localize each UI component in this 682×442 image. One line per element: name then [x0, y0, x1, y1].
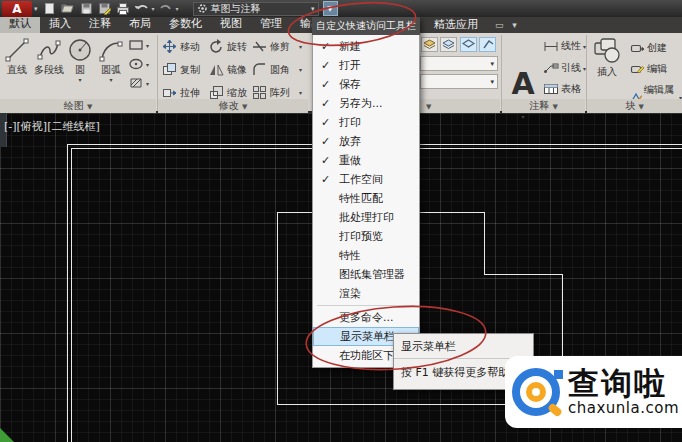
circle-tool[interactable]: 圆 ▾ [66, 37, 94, 82]
chevron-down-icon[interactable]: ▾ [96, 77, 126, 82]
layer-button[interactable] [440, 37, 457, 52]
menu-item-batch-plot[interactable]: 批处理打印 [313, 208, 419, 227]
fillet-icon [252, 62, 267, 77]
chevron-down-icon[interactable]: ▾ [146, 80, 149, 87]
ellipse-icon [128, 57, 144, 71]
mirror-tool[interactable]: 镜像 [209, 62, 247, 77]
tab-insert[interactable]: 插入 [40, 15, 80, 33]
new-icon[interactable] [42, 2, 57, 15]
chevron-down-icon[interactable]: ▾ [146, 42, 149, 49]
chevron-down-icon: ▾ [490, 60, 494, 68]
line-tool[interactable]: 直线 [2, 37, 32, 77]
chevron-down-icon[interactable]: ▾ [66, 77, 94, 82]
tab-home[interactable]: 默认 [0, 15, 40, 33]
menu-item-sheet-set-manager[interactable]: 图纸集管理器 [313, 265, 419, 284]
panel-expand-icon[interactable]: ▼ [552, 103, 557, 111]
menu-item-save-as[interactable]: 另存为... [313, 94, 419, 113]
menu-item-workspace[interactable]: 工作空间 [313, 170, 419, 189]
copy-tool[interactable]: 复制 [162, 62, 200, 77]
gear-icon [197, 3, 208, 14]
menu-item-open[interactable]: 打开 [313, 56, 419, 75]
polyline-tool[interactable]: 多段线 [33, 37, 65, 77]
viewport-label[interactable]: [-][俯视][二维线框] [4, 119, 100, 134]
insert-block-icon [592, 37, 622, 65]
panel-expand-icon[interactable]: ▼ [87, 103, 92, 111]
watermark-name: 查询啦 [568, 367, 679, 399]
annotation-panel-label[interactable]: 注释 ▼ [502, 99, 585, 113]
draw-panel-label[interactable]: 绘图 ▼ [0, 99, 156, 113]
modify-panel-label[interactable]: 修改 ▼ [158, 99, 308, 113]
tab-featured-apps[interactable]: 精选应用 [426, 17, 486, 33]
tab-manage[interactable]: 管理 [251, 15, 291, 33]
polyline-segment [484, 274, 563, 275]
chevron-down-icon[interactable]: ▾ [299, 89, 302, 96]
hatch-tool[interactable]: ▾ [128, 76, 149, 90]
layers-icon [442, 39, 455, 50]
array-tool[interactable]: 阵列 [252, 85, 290, 100]
menu-item-properties[interactable]: 特性 [313, 246, 419, 265]
panel-expand-icon[interactable]: ▼ [242, 103, 247, 111]
layer-button[interactable] [479, 37, 496, 52]
watermark-domain: chaxunla.com [568, 399, 679, 417]
menu-item-redo[interactable]: 重做 [313, 151, 419, 170]
create-block-tool[interactable]: 创建 [630, 41, 667, 55]
save-icon[interactable] [79, 2, 94, 15]
open-icon[interactable] [60, 2, 76, 15]
rotate-tool[interactable]: 旋转 [209, 39, 247, 54]
undo-icon[interactable] [134, 3, 150, 15]
leader-tool[interactable]: 引线 ▾ [543, 61, 586, 75]
ribbon-minimize-icon[interactable]: ▭ ▾ [495, 20, 520, 30]
chevron-down-icon[interactable]: ▾ [146, 61, 149, 68]
table-tool[interactable]: 表格 [543, 82, 581, 96]
menu-item-match-properties[interactable]: 特性匹配 [313, 189, 419, 208]
chevron-down-icon[interactable]: ▾ [299, 66, 302, 73]
stretch-tool[interactable]: 拉伸 [162, 85, 200, 100]
layer-dropdown[interactable]: ▾ [420, 56, 498, 71]
tab-layout[interactable]: 布局 [120, 15, 160, 33]
autocad-logo[interactable]: A [2, 1, 32, 17]
fillet-tool[interactable]: 圆角 [252, 62, 290, 77]
tab-view[interactable]: 视图 [211, 15, 251, 33]
qat-customize-button[interactable]: ▼ [323, 1, 338, 16]
panel-expand-icon[interactable]: ▼ [426, 103, 431, 111]
menu-item-undo[interactable]: 放弃 [313, 132, 419, 151]
table-icon [543, 83, 559, 95]
menu-item-more-commands[interactable]: 更多命令... [313, 308, 419, 327]
layers-panel-label[interactable]: ▼ [420, 99, 500, 113]
titlebar: A ▾ ▾ ▾ 草图与注释 ▾ ▼ [0, 0, 682, 17]
menu-item-save[interactable]: 保存 [313, 75, 419, 94]
ellipse-tool[interactable]: ▾ [128, 57, 149, 71]
print-icon[interactable] [115, 2, 131, 15]
layers-icon [423, 39, 436, 50]
menu-item-plot-preview[interactable]: 打印预览 [313, 227, 419, 246]
panel-expand-icon[interactable]: ▼ [638, 103, 643, 111]
layer-filter-dropdown[interactable]: ▾ [420, 74, 498, 89]
menu-item-new[interactable]: 新建 [313, 37, 419, 56]
rectangle-tool[interactable]: ▾ [128, 38, 149, 52]
insert-block-tool[interactable]: 插入 [590, 37, 624, 79]
redo-caret-icon[interactable]: ▾ [176, 5, 179, 12]
chevron-down-icon[interactable]: ▾ [299, 43, 302, 50]
move-tool[interactable]: 移动 [162, 39, 200, 54]
tab-parametric[interactable]: 参数化 [160, 15, 211, 33]
trim-tool[interactable]: 修剪 [252, 39, 290, 54]
undo-caret-icon[interactable]: ▾ [152, 5, 155, 12]
layer-button[interactable] [460, 37, 477, 52]
scale-tool[interactable]: 缩放 [209, 85, 247, 100]
tab-annotate[interactable]: 注释 [80, 15, 120, 33]
edit-block-tool[interactable]: 编辑 [630, 62, 667, 76]
scale-icon [209, 85, 224, 100]
save-as-icon[interactable] [97, 2, 112, 15]
menu-item-print[interactable]: 打印 [313, 113, 419, 132]
rectangle-icon [128, 38, 144, 52]
arc-tool[interactable]: 圆弧 ▾ [96, 37, 126, 82]
redo-icon[interactable] [158, 3, 174, 15]
chevron-down-icon[interactable]: ▾ [506, 113, 540, 120]
block-panel-label[interactable]: 块 ▼ [587, 99, 682, 113]
layer-button[interactable] [421, 37, 438, 52]
menu-item-render[interactable]: 渲染 [313, 284, 419, 303]
line-icon [4, 37, 30, 63]
workspace-selector[interactable]: 草图与注释 ▾ [193, 2, 319, 16]
linear-dimension-tool[interactable]: 线性 ▾ [543, 39, 586, 53]
logo-caret-icon[interactable]: ▾ [34, 5, 38, 13]
